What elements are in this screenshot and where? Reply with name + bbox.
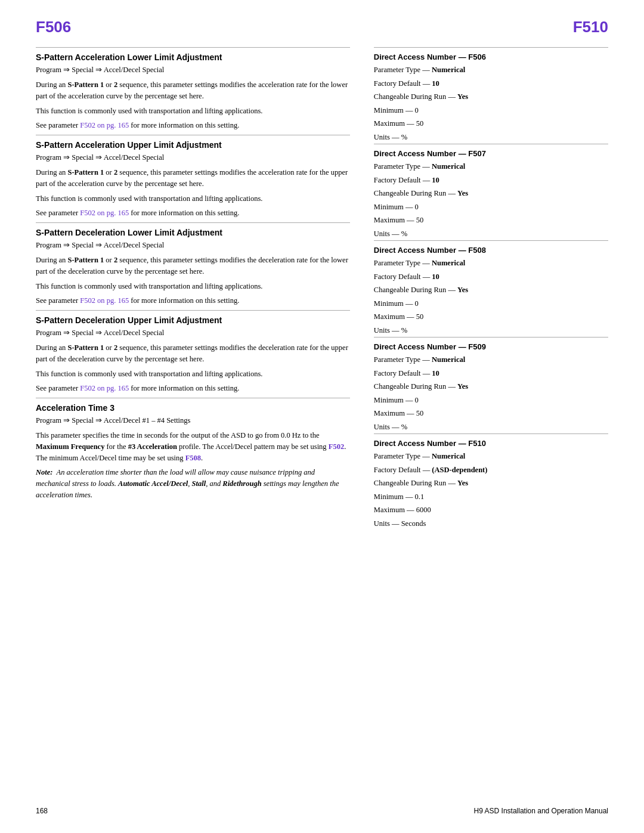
body-text-s506-2: See parameter F502 on pg. 165 for more i… — [36, 120, 350, 131]
direct-access-s508: Direct Access Number — F508 — [374, 246, 608, 255]
body-text-s506-0: During an S-Pattern 1 or 2 sequence, thi… — [36, 79, 350, 102]
right-section-s509: Direct Access Number — F509Parameter Typ… — [374, 337, 608, 433]
units-s507: Units — % — [374, 227, 608, 241]
maximum-s506: Maximum — 50 — [374, 117, 608, 131]
right-section-s506: Direct Access Number — F506Parameter Typ… — [374, 47, 608, 144]
right-section-s507: Direct Access Number — F507Parameter Typ… — [374, 144, 608, 240]
body-text-s507-1: This function is commonly used with tran… — [36, 193, 350, 205]
param-type-s508: Parameter Type — Numerical — [374, 256, 608, 270]
changeable-run-s506: Changeable During Run — Yes — [374, 90, 608, 104]
program-path-s510: Program ⇒ Special ⇒ Accel/Decel #1 – #4 … — [36, 416, 350, 425]
section-title-s506: S-Pattern Acceleration Lower Limit Adjus… — [36, 52, 350, 62]
maximum-s510: Maximum — 6000 — [374, 503, 608, 517]
program-path-s509: Program ⇒ Special ⇒ Accel/Decel Special — [36, 328, 350, 337]
body-text-s507-2: See parameter F502 on pg. 165 for more i… — [36, 208, 350, 219]
minimum-s506: Minimum — 0 — [374, 104, 608, 117]
maximum-s508: Maximum — 50 — [374, 310, 608, 324]
section-title-s510: Acceleration Time 3 — [36, 403, 350, 413]
program-path-s508: Program ⇒ Special ⇒ Accel/Decel Special — [36, 240, 350, 250]
left-column: S-Pattern Acceleration Lower Limit Adjus… — [36, 47, 368, 530]
header-left: F506 — [36, 18, 71, 36]
changeable-run-s507: Changeable During Run — Yes — [374, 187, 608, 200]
changeable-run-s508: Changeable During Run — Yes — [374, 283, 608, 297]
body-text-s509-0: During an S-Pattern 1 or 2 sequence, thi… — [36, 342, 350, 365]
body-text-s507-0: During an S-Pattern 1 or 2 sequence, thi… — [36, 167, 350, 190]
header-right: F510 — [573, 18, 608, 36]
minimum-s510: Minimum — 0.1 — [374, 490, 608, 504]
direct-access-s509: Direct Access Number — F509 — [374, 342, 608, 351]
factory-default-s508: Factory Default — 10 — [374, 270, 608, 284]
body-text-s509-2: See parameter F502 on pg. 165 for more i… — [36, 383, 350, 394]
left-section-s510: Acceleration Time 3Program ⇒ Special ⇒ A… — [36, 398, 350, 501]
left-section-s507: S-Pattern Acceleration Upper Limit Adjus… — [36, 135, 350, 219]
body-text-s509-1: This function is commonly used with tran… — [36, 368, 350, 380]
manual-title: H9 ASD Installation and Operation Manual — [474, 807, 608, 815]
body-text-s508-1: This function is commonly used with tran… — [36, 281, 350, 292]
units-s510: Units — Seconds — [374, 517, 608, 531]
body-text-s508-0: During an S-Pattern 1 or 2 sequence, thi… — [36, 255, 350, 277]
page-number: 168 — [36, 807, 48, 815]
factory-default-s507: Factory Default — 10 — [374, 174, 608, 187]
note-s510: Note: An acceleration time shorter than … — [36, 467, 350, 500]
section-title-s508: S-Pattern Deceleration Lower Limit Adjus… — [36, 228, 350, 237]
right-section-s510: Direct Access Number — F510Parameter Typ… — [374, 433, 608, 530]
minimum-s509: Minimum — 0 — [374, 394, 608, 407]
factory-default-s506: Factory Default — 10 — [374, 77, 608, 91]
changeable-run-s510: Changeable During Run — Yes — [374, 476, 608, 490]
factory-default-s510: Factory Default — (ASD-dependent) — [374, 463, 608, 477]
direct-access-s507: Direct Access Number — F507 — [374, 149, 608, 158]
direct-access-s506: Direct Access Number — F506 — [374, 52, 608, 61]
program-path-s507: Program ⇒ Special ⇒ Accel/Decel Special — [36, 153, 350, 162]
param-type-s506: Parameter Type — Numerical — [374, 63, 608, 77]
page-header: F506 F510 — [36, 18, 608, 36]
body-text-s506-1: This function is commonly used with tran… — [36, 106, 350, 117]
note-label: Note: — [36, 468, 52, 476]
factory-default-s509: Factory Default — 10 — [374, 367, 608, 380]
program-path-s506: Program ⇒ Special ⇒ Accel/Decel Special — [36, 65, 350, 75]
right-section-s508: Direct Access Number — F508Parameter Typ… — [374, 240, 608, 337]
minimum-s507: Minimum — 0 — [374, 200, 608, 214]
direct-access-s510: Direct Access Number — F510 — [374, 439, 608, 448]
changeable-run-s509: Changeable During Run — Yes — [374, 380, 608, 394]
units-s508: Units — % — [374, 324, 608, 337]
left-section-s509: S-Pattern Deceleration Upper Limit Adjus… — [36, 310, 350, 394]
page-footer: 168 H9 ASD Installation and Operation Ma… — [36, 807, 608, 815]
section-title-s507: S-Pattern Acceleration Upper Limit Adjus… — [36, 140, 350, 150]
page: F506 F510 S-Pattern Acceleration Lower L… — [0, 0, 644, 833]
units-s506: Units — % — [374, 131, 608, 144]
param-type-s507: Parameter Type — Numerical — [374, 160, 608, 174]
section-title-s509: S-Pattern Deceleration Upper Limit Adjus… — [36, 315, 350, 325]
left-section-s506: S-Pattern Acceleration Lower Limit Adjus… — [36, 47, 350, 131]
param-type-s509: Parameter Type — Numerical — [374, 353, 608, 367]
maximum-s509: Maximum — 50 — [374, 407, 608, 420]
body-text-s508-2: See parameter F502 on pg. 165 for more i… — [36, 295, 350, 306]
minimum-s508: Minimum — 0 — [374, 297, 608, 311]
param-type-s510: Parameter Type — Numerical — [374, 450, 608, 463]
content-area: S-Pattern Acceleration Lower Limit Adjus… — [36, 47, 608, 530]
body-text-s510-0: This parameter specifies the time in sec… — [36, 430, 350, 463]
units-s509: Units — % — [374, 420, 608, 434]
right-column: Direct Access Number — F506Parameter Typ… — [368, 47, 608, 530]
maximum-s507: Maximum — 50 — [374, 213, 608, 227]
left-section-s508: S-Pattern Deceleration Lower Limit Adjus… — [36, 222, 350, 306]
